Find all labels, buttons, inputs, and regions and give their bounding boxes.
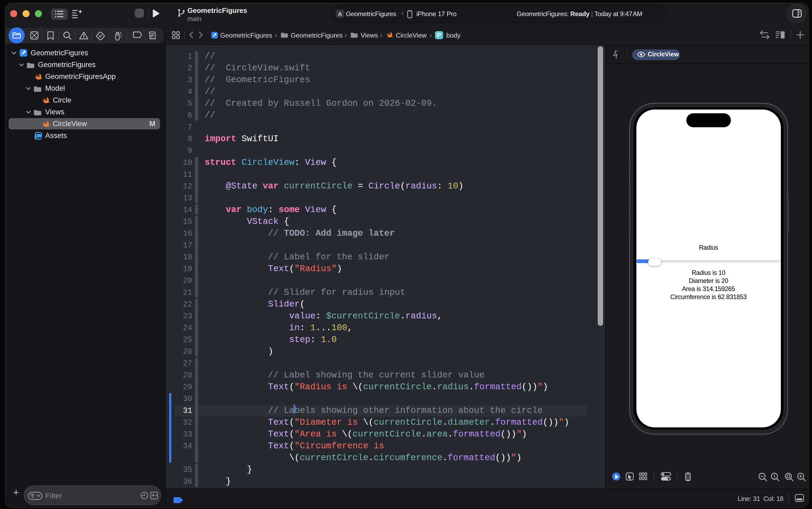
svg-text:1: 1: [773, 474, 776, 479]
